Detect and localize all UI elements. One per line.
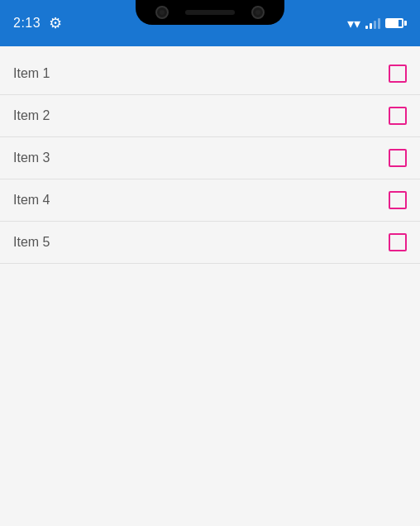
item-label-2: Item 2 — [13, 108, 389, 123]
status-time: 2:13 — [13, 16, 41, 31]
content-area: Item 1 Item 2 Item 3 Item 4 Item 5 — [0, 46, 420, 526]
status-right: ▾▾ — [347, 16, 407, 31]
divider — [0, 263, 420, 264]
signal-bar-3 — [374, 21, 376, 29]
speaker-icon — [185, 10, 235, 15]
signal-bar-4 — [378, 18, 380, 29]
item-label-5: Item 5 — [13, 235, 389, 250]
checkbox-1[interactable] — [389, 65, 407, 83]
camera-icon-2 — [251, 6, 265, 19]
checkbox-2[interactable] — [389, 107, 407, 125]
checkbox-4[interactable] — [389, 191, 407, 209]
status-bar: 2:13 ⚙ ▾▾ — [0, 0, 420, 46]
signal-bar-2 — [370, 23, 372, 29]
checkbox-3[interactable] — [389, 149, 407, 167]
signal-icon — [365, 17, 380, 29]
battery-tip — [404, 21, 407, 26]
item-label-3: Item 3 — [13, 151, 389, 165]
gear-icon: ⚙ — [49, 14, 62, 32]
battery-icon — [385, 18, 407, 28]
list-item: Item 4 — [0, 179, 420, 221]
battery-body — [385, 18, 403, 28]
item-label-1: Item 1 — [13, 66, 389, 81]
wifi-icon: ▾▾ — [347, 16, 360, 31]
list-item: Item 1 — [0, 53, 420, 94]
camera-icon — [155, 6, 169, 19]
signal-bar-1 — [365, 26, 368, 29]
item-label-4: Item 4 — [13, 193, 389, 208]
battery-fill — [387, 20, 399, 26]
list-item: Item 5 — [0, 222, 420, 263]
checkbox-5[interactable] — [389, 233, 407, 251]
list-item: Item 2 — [0, 95, 420, 136]
list-item: Item 3 — [0, 137, 420, 179]
status-left: 2:13 ⚙ — [13, 14, 62, 32]
notch — [136, 0, 284, 25]
